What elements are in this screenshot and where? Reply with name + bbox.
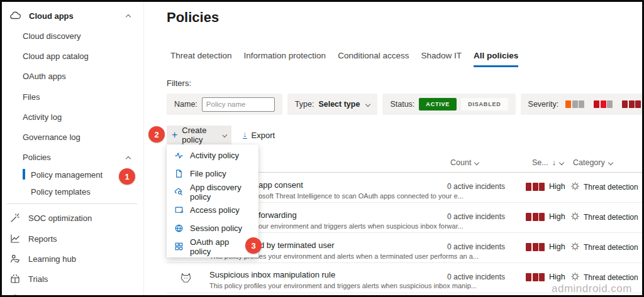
policy-name-input[interactable] bbox=[202, 97, 275, 112]
severity-high-badge bbox=[526, 213, 545, 221]
filter-bar: Name: Type: Select type Status: ACTIVE D… bbox=[167, 94, 644, 115]
column-header-category[interactable]: Category bbox=[573, 158, 613, 167]
severity-label: High bbox=[549, 273, 565, 281]
policy-description: osoft Threat Intelligence to scan OAuth … bbox=[258, 192, 464, 200]
sidebar-section-cloud-apps[interactable]: Cloud apps bbox=[9, 10, 74, 22]
policy-title[interactable]: forwarding bbox=[258, 210, 297, 220]
policy-description: This policy profiles your environment an… bbox=[209, 282, 477, 289]
filters-label: Filters: bbox=[167, 78, 191, 88]
policy-title[interactable]: Suspicious inbox manipulation rule bbox=[209, 270, 335, 279]
wand-icon bbox=[9, 212, 21, 224]
tab-information-protection[interactable]: Information protection bbox=[244, 51, 326, 67]
menu-item-file-policy[interactable]: File policy bbox=[167, 165, 258, 183]
tab-bar: Threat detection Information protection … bbox=[170, 51, 518, 67]
count-cell: 0 active incidents bbox=[447, 212, 505, 221]
chevron-down-icon bbox=[365, 102, 370, 107]
column-header-severity[interactable]: Se... ↓ bbox=[532, 158, 564, 167]
activity-policy-icon bbox=[174, 151, 184, 160]
severity-high-badge[interactable] bbox=[622, 100, 641, 108]
severity-high-badge bbox=[526, 183, 545, 191]
severity-label: High bbox=[549, 242, 565, 251]
app-window: Cloud apps Cloud discovery Cloud app cat… bbox=[0, 0, 644, 297]
severity-high-badge bbox=[526, 273, 545, 281]
column-header-count[interactable]: Count bbox=[450, 158, 479, 167]
gift-icon bbox=[9, 273, 21, 284]
create-policy-button[interactable]: + Create policy bbox=[167, 126, 231, 144]
severity-label: High bbox=[549, 182, 565, 191]
sidebar-item-cloud-app-catalog[interactable]: Cloud app catalog bbox=[23, 51, 89, 61]
filter-type[interactable]: Type: Select type bbox=[287, 94, 378, 115]
menu-item-activity-policy[interactable]: Activity policy bbox=[167, 146, 258, 165]
policy-description: our environment and triggers alerts when… bbox=[258, 222, 464, 230]
oauth-app-policy-icon bbox=[174, 242, 184, 251]
filter-status: Status: ACTIVE DISABLED bbox=[382, 94, 515, 115]
menu-item-session-policy[interactable]: Session policy bbox=[167, 219, 258, 237]
gear-icon bbox=[570, 181, 580, 192]
sort-descending-icon: ↓ bbox=[552, 158, 556, 167]
sidebar-divider bbox=[7, 203, 137, 204]
count-cell: 0 active incidents bbox=[447, 242, 505, 251]
sidebar-item-learning-hub[interactable]: Learning hub bbox=[9, 253, 76, 264]
anomaly-mask-icon bbox=[180, 272, 192, 284]
tab-all-policies[interactable]: All policies bbox=[474, 51, 518, 67]
category-label: Threat detection bbox=[584, 213, 638, 222]
cloud-icon bbox=[9, 10, 21, 22]
page-title: Policies bbox=[167, 9, 219, 26]
type-filter-value: Select type bbox=[318, 100, 360, 109]
chevron-up-icon[interactable] bbox=[126, 156, 131, 161]
create-policy-menu: Activity policy File policy App discover… bbox=[167, 144, 258, 257]
chevron-up-icon[interactable] bbox=[126, 14, 131, 19]
count-cell: 0 active incidents bbox=[447, 273, 505, 281]
menu-item-access-policy[interactable]: Access policy bbox=[167, 201, 258, 219]
severity-medium-badge[interactable] bbox=[594, 100, 613, 108]
app-discovery-policy-icon bbox=[174, 187, 184, 197]
type-filter-label: Type: bbox=[295, 100, 314, 109]
sidebar-item-files[interactable]: Files bbox=[23, 92, 40, 102]
sidebar-item-activity-log[interactable]: Activity log bbox=[23, 112, 62, 122]
learning-person-icon bbox=[9, 253, 21, 264]
sidebar-item-cloud-discovery[interactable]: Cloud discovery bbox=[23, 31, 81, 41]
name-filter-label: Name: bbox=[174, 100, 197, 109]
status-disabled-chip[interactable]: DISABLED bbox=[461, 98, 508, 111]
status-active-chip[interactable]: ACTIVE bbox=[419, 98, 457, 111]
severity-filter-label: Severity: bbox=[528, 100, 559, 109]
tab-shadow-it[interactable]: Shadow IT bbox=[421, 51, 462, 67]
sidebar-section-policies[interactable]: Policies bbox=[23, 153, 51, 162]
sidebar-item-policy-management[interactable]: Policy management bbox=[31, 170, 103, 180]
session-policy-icon bbox=[174, 224, 184, 233]
severity-label: High bbox=[549, 212, 565, 221]
chevron-down-icon bbox=[474, 160, 479, 165]
sidebar-item-trials[interactable]: Trials bbox=[9, 273, 48, 284]
line-chart-icon bbox=[9, 233, 21, 244]
severity-low-badge[interactable] bbox=[565, 100, 584, 108]
export-label: Export bbox=[252, 131, 275, 140]
export-button[interactable]: ↓ Export bbox=[243, 126, 275, 144]
category-label: Threat detection bbox=[584, 183, 638, 192]
filter-name: Name: bbox=[167, 94, 282, 115]
status-filter-label: Status: bbox=[390, 100, 414, 109]
selected-indicator bbox=[23, 169, 25, 180]
sidebar-item-oauth-apps[interactable]: OAuth apps bbox=[23, 72, 66, 81]
gear-icon bbox=[570, 211, 580, 222]
menu-item-app-discovery-policy[interactable]: App discovery policy bbox=[167, 183, 258, 201]
sidebar-item-governance-log[interactable]: Governance log bbox=[23, 132, 80, 142]
tab-threat-detection[interactable]: Threat detection bbox=[170, 51, 232, 67]
policy-title[interactable]: d by terminated user bbox=[260, 240, 335, 250]
access-policy-icon bbox=[174, 205, 184, 215]
sidebar-item-soc-optimization[interactable]: SOC optimization bbox=[9, 212, 92, 224]
tab-conditional-access[interactable]: Conditional access bbox=[338, 51, 409, 67]
severity-high-badge bbox=[526, 243, 545, 251]
plus-icon: + bbox=[172, 130, 177, 140]
sidebar-item-policy-templates[interactable]: Policy templates bbox=[31, 187, 91, 197]
annotation-step-3: 3 bbox=[245, 237, 262, 254]
circle-icon bbox=[9, 293, 21, 297]
create-policy-label: Create policy bbox=[182, 126, 219, 144]
category-label: Threat detection bbox=[584, 243, 638, 252]
sidebar-item-reports[interactable]: Reports bbox=[9, 233, 57, 244]
policy-title[interactable]: app consent bbox=[258, 180, 303, 190]
annotation-step-2: 2 bbox=[148, 126, 165, 143]
sidebar-item-partial[interactable] bbox=[9, 293, 28, 297]
file-policy-icon bbox=[174, 169, 184, 178]
category-label: Threat detection bbox=[584, 273, 638, 282]
count-cell: 0 active incidents bbox=[447, 182, 505, 191]
